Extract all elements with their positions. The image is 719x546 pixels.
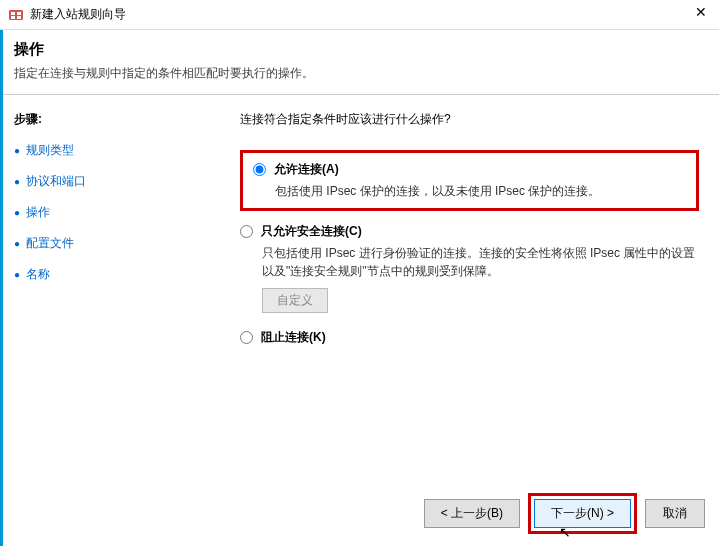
bullet-icon: ●: [14, 269, 20, 280]
step-label: 配置文件: [26, 235, 74, 252]
steps-heading: 步骤:: [14, 111, 186, 128]
option-label: 只允许安全连接(C): [261, 223, 362, 240]
page-subtitle: 指定在连接与规则中指定的条件相匹配时要执行的操作。: [14, 65, 705, 82]
option-secure-connection[interactable]: 只允许安全连接(C): [240, 223, 699, 240]
cancel-button[interactable]: 取消: [645, 499, 705, 528]
step-label: 操作: [26, 204, 50, 221]
svg-rect-2: [17, 12, 21, 15]
svg-rect-1: [11, 12, 15, 15]
option-desc: 只包括使用 IPsec 进行身份验证的连接。连接的安全性将依照 IPsec 属性…: [262, 244, 699, 280]
step-rule-type[interactable]: ● 规则类型: [14, 142, 186, 159]
option-label: 允许连接(A): [274, 161, 339, 178]
main-content: 步骤: ● 规则类型 ● 协议和端口 ● 操作 ● 配置文件 ● 名称 连接符合…: [0, 95, 719, 511]
close-button[interactable]: ✕: [691, 4, 711, 20]
bullet-icon: ●: [14, 145, 20, 156]
option-block: 阻止连接(K): [240, 329, 699, 346]
customize-button: 自定义: [262, 288, 328, 313]
option-block-connection[interactable]: 阻止连接(K): [240, 329, 699, 346]
back-button[interactable]: < 上一步(B): [424, 499, 520, 528]
wizard-footer: < 上一步(B) 下一步(N) > 取消: [424, 493, 705, 534]
bullet-icon: ●: [14, 238, 20, 249]
content-question: 连接符合指定条件时应该进行什么操作?: [240, 111, 699, 128]
step-label: 名称: [26, 266, 50, 283]
steps-sidebar: 步骤: ● 规则类型 ● 协议和端口 ● 操作 ● 配置文件 ● 名称: [0, 95, 200, 511]
bullet-icon: ●: [14, 176, 20, 187]
page-title: 操作: [14, 40, 705, 59]
step-label: 协议和端口: [26, 173, 86, 190]
step-profile[interactable]: ● 配置文件: [14, 235, 186, 252]
option-label: 阻止连接(K): [261, 329, 326, 346]
step-protocol-ports[interactable]: ● 协议和端口: [14, 173, 186, 190]
firewall-icon: [8, 7, 24, 23]
accent-border: [0, 30, 3, 546]
highlighted-option-allow: 允许连接(A) 包括使用 IPsec 保护的连接，以及未使用 IPsec 保护的…: [240, 150, 699, 211]
svg-rect-4: [17, 16, 21, 19]
option-secure-only: 只允许安全连接(C) 只包括使用 IPsec 进行身份验证的连接。连接的安全性将…: [240, 223, 699, 313]
radio-allow[interactable]: [253, 163, 266, 176]
content-panel: 连接符合指定条件时应该进行什么操作? 允许连接(A) 包括使用 IPsec 保护…: [200, 95, 719, 511]
next-button[interactable]: 下一步(N) >: [534, 499, 631, 528]
svg-rect-3: [11, 16, 15, 19]
highlighted-next: 下一步(N) >: [528, 493, 637, 534]
radio-secure[interactable]: [240, 225, 253, 238]
step-label: 规则类型: [26, 142, 74, 159]
option-allow-connection[interactable]: 允许连接(A): [253, 161, 686, 178]
radio-block[interactable]: [240, 331, 253, 344]
bullet-icon: ●: [14, 207, 20, 218]
step-action[interactable]: ● 操作: [14, 204, 186, 221]
titlebar: 新建入站规则向导 ✕: [0, 0, 719, 30]
option-desc: 包括使用 IPsec 保护的连接，以及未使用 IPsec 保护的连接。: [275, 182, 686, 200]
step-name[interactable]: ● 名称: [14, 266, 186, 283]
wizard-header: 操作 指定在连接与规则中指定的条件相匹配时要执行的操作。: [0, 30, 719, 95]
window-title: 新建入站规则向导: [30, 6, 126, 23]
